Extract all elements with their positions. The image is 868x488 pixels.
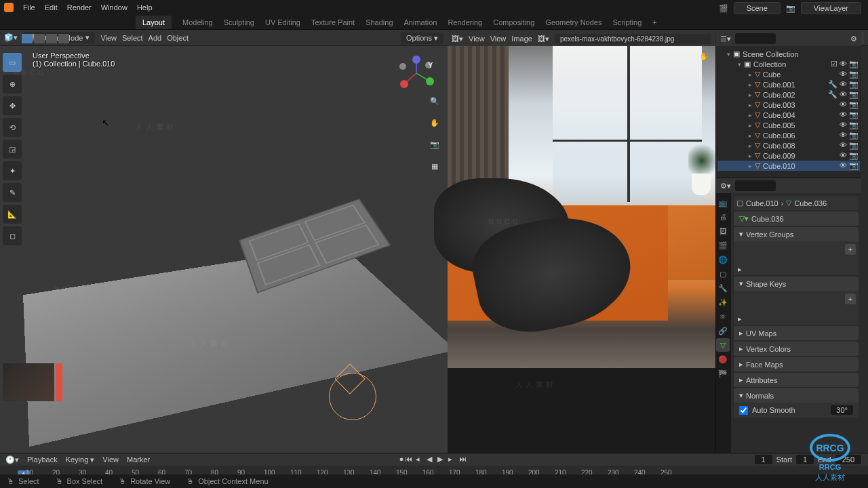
section-normals[interactable]: ▾Normals [734, 388, 859, 403]
ptab-modifier-icon[interactable]: 🔧 [716, 281, 730, 295]
reference-image[interactable] [448, 46, 715, 368]
ptab-physics-icon[interactable]: ⚛ [716, 310, 730, 323]
image-menu-view2[interactable]: View [490, 35, 507, 43]
tl-prev-key-icon[interactable]: ◂ [416, 455, 425, 464]
tree-row-cube004[interactable]: ▸▽Cube.004👁📷 [717, 110, 860, 120]
tab-animation[interactable]: Animation [404, 18, 437, 26]
tool-transform[interactable]: ✦ [3, 161, 22, 180]
tl-play-rev-icon[interactable]: ◀ [427, 455, 436, 464]
selected-wire-B[interactable] [329, 373, 376, 420]
tab-shading[interactable]: Shading [366, 18, 393, 26]
menu-help[interactable]: Help [137, 3, 153, 12]
tree-row-cube003[interactable]: ▸▽Cube.003👁📷 [717, 100, 860, 110]
tab-texture[interactable]: Texture Paint [311, 18, 355, 26]
ptab-texture-icon[interactable]: 🏁 [716, 367, 730, 380]
select-mode-box-icon[interactable] [34, 34, 45, 43]
section-uv-maps[interactable]: ▸UV Maps [734, 326, 859, 340]
tool-select-box[interactable]: ▭ [3, 53, 22, 72]
image-link-icon[interactable]: 🖼▾ [538, 35, 549, 43]
image-pan-icon[interactable]: ✋ [696, 49, 711, 64]
tree-row-cube010[interactable]: ▸▽Cube.010👁📷 [717, 161, 860, 171]
tl-view[interactable]: View [102, 455, 119, 464]
sk-add-button[interactable]: + [845, 293, 856, 304]
ptab-render-icon[interactable]: 📺 [716, 196, 730, 209]
tree-row-cube[interactable]: ▸▽Cube👁📷 [717, 69, 860, 79]
toolbar-select[interactable]: Select [122, 34, 143, 42]
tab-layout[interactable]: Layout [136, 16, 172, 29]
tree-collection[interactable]: ▾▣Collection☑👁📷 [717, 59, 860, 69]
viewlayer-selector[interactable]: ViewLayer [801, 2, 861, 14]
ptab-object-icon[interactable]: ▢ [716, 267, 730, 281]
toolbar-object[interactable]: Object [167, 34, 189, 42]
tab-rendering[interactable]: Rendering [448, 18, 482, 26]
tool-cursor[interactable]: ⊕ [3, 75, 22, 94]
tl-end-field[interactable]: 250 [835, 455, 861, 464]
camera-view-icon[interactable]: 📷 [427, 137, 442, 152]
tl-next-key-icon[interactable]: ▸ [448, 455, 458, 464]
3d-viewport[interactable]: Options ▾ ▭ ⊕ ✥ ⟲ ◲ ✦ ✎ 📐 ◻ User Perspec… [0, 46, 448, 454]
tl-keying[interactable]: Keying ▾ [66, 455, 95, 464]
menu-file[interactable]: File [23, 3, 35, 12]
select-mode-lasso-icon[interactable] [58, 34, 69, 43]
section-vertex-colors[interactable]: ▸Vertex Colors [734, 342, 859, 356]
ptab-constraints-icon[interactable]: 🔗 [716, 324, 730, 338]
auto-smooth-angle-field[interactable]: 30° [831, 405, 853, 415]
ptab-output-icon[interactable]: 🖨 [716, 210, 730, 224]
tl-autokey-icon[interactable]: ● [399, 455, 404, 464]
props-type-icon[interactable]: ⚙▾ [720, 182, 731, 190]
tool-move[interactable]: ✥ [3, 96, 22, 115]
tl-marker[interactable]: Marker [127, 455, 150, 464]
zoom-icon[interactable]: 🔍 [427, 94, 442, 108]
toolbar-add[interactable]: Add [149, 34, 162, 42]
timeline-type-icon[interactable]: 🕐▾ [5, 455, 19, 464]
tl-play-icon[interactable]: ▶ [437, 455, 447, 464]
ptab-material-icon[interactable]: 🔴 [716, 352, 730, 366]
outliner-panel[interactable]: ▾▣Scene Collection ▾▣Collection☑👁📷 ▸▽Cub… [716, 46, 861, 178]
section-shape-keys[interactable]: ▾Shape Keys [734, 277, 859, 291]
nav-gizmo[interactable]: Y [397, 54, 435, 92]
tree-row-cube002[interactable]: ▸▽Cube.002🔧👁📷 [717, 89, 860, 100]
tl-playback[interactable]: Playback [27, 455, 58, 464]
image-filename-field[interactable]: pexels-max-vakhtbovych-6284238.jpg [555, 34, 711, 44]
tree-row-cube009[interactable]: ▸▽Cube.009👁📷 [717, 150, 860, 161]
ptab-scene-icon[interactable]: 🎬 [716, 239, 730, 252]
tl-jump-end-icon[interactable]: ⏭ [459, 455, 469, 464]
tool-add-cube[interactable]: ◻ [3, 226, 22, 245]
tool-rotate[interactable]: ⟲ [3, 118, 22, 137]
tree-scene-collection[interactable]: ▾▣Scene Collection [717, 49, 860, 59]
add-workspace-icon[interactable]: + [652, 18, 656, 26]
perspective-toggle-icon[interactable]: ▦ [427, 159, 442, 174]
tree-row-cube001[interactable]: ▸▽Cube.001🔧👁📷 [717, 79, 860, 89]
auto-smooth-checkbox[interactable] [739, 406, 748, 415]
pan-icon[interactable]: ✋ [427, 115, 442, 130]
tree-row-cube008[interactable]: ▸▽Cube.008👁📷 [717, 140, 860, 150]
section-face-maps[interactable]: ▸Face Maps [734, 357, 859, 371]
section-attributes[interactable]: ▸Attributes [734, 373, 859, 387]
props-search-input[interactable] [735, 180, 776, 191]
image-editor-type-icon[interactable]: 🖼▾ [452, 35, 463, 43]
ptab-data-icon[interactable]: ▽ [716, 338, 730, 352]
tl-current-frame-field[interactable]: 1 [755, 455, 772, 464]
tool-annotate[interactable]: ✎ [3, 183, 22, 202]
select-mode-circle-icon[interactable] [46, 34, 57, 43]
outliner-search-input[interactable] [735, 33, 776, 44]
image-menu-image[interactable]: Image [511, 35, 532, 43]
tab-compositing[interactable]: Compositing [493, 18, 534, 26]
menu-window[interactable]: Window [101, 3, 127, 12]
vg-add-button[interactable]: + [845, 244, 856, 255]
ptab-viewlayer-icon[interactable]: 🖼 [716, 224, 730, 238]
mesh-name-field[interactable]: ▽▾Cube.036 [734, 211, 859, 226]
toolbar-view[interactable]: View [100, 34, 117, 42]
room-mesh[interactable] [23, 245, 456, 447]
ptab-particles-icon[interactable]: ✨ [716, 296, 730, 309]
outliner-type-icon[interactable]: ☰▾ [720, 35, 731, 43]
outliner-filter-icon[interactable]: ⚙ [850, 35, 857, 43]
menu-render[interactable]: Render [67, 3, 92, 12]
tl-jump-start-icon[interactable]: ⏮ [405, 455, 414, 464]
tool-scale[interactable]: ◲ [3, 140, 22, 159]
tree-row-cube006[interactable]: ▸▽Cube.006👁📷 [717, 130, 860, 140]
tab-uv[interactable]: UV Editing [265, 18, 300, 26]
section-vertex-groups[interactable]: ▾Vertex Groups [734, 227, 859, 241]
menu-edit[interactable]: Edit [45, 3, 58, 12]
tab-scripting[interactable]: Scripting [612, 18, 642, 26]
